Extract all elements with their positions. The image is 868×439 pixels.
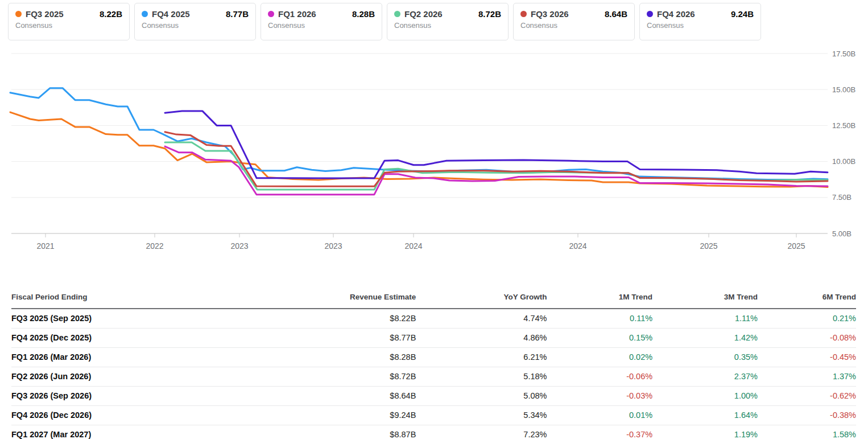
- trend-3m-cell: 1.42%: [652, 329, 758, 348]
- x-axis-label: 2025: [700, 241, 717, 251]
- legend-period-label: FQ2 2026: [404, 9, 443, 19]
- column-header-3m-trend: 3M Trend: [652, 288, 758, 309]
- series-color-dot-icon: [15, 11, 22, 17]
- legend-period-label: FQ1 2026: [278, 9, 316, 19]
- period-cell: FQ3 2026 (Sep 2026): [11, 387, 265, 406]
- trend-1m-cell: 0.01%: [547, 406, 652, 425]
- legend-card-fq2-2026[interactable]: FQ2 20268.72BConsensus: [387, 3, 509, 40]
- trend-1m-cell: -0.06%: [547, 367, 652, 387]
- x-axis-label: 2025: [787, 241, 805, 251]
- trend-3m-cell: 1.00%: [652, 387, 758, 406]
- trend-3m-cell: 1.11%: [652, 309, 758, 329]
- trend-3m-cell: 2.37%: [652, 367, 758, 387]
- table-row: FQ4 2026 (Dec 2026)$9.24B5.34%0.01%1.64%…: [11, 406, 856, 425]
- table-row: FQ2 2026 (Jun 2026)$8.72B5.18%-0.06%2.37…: [11, 367, 856, 387]
- trend-6m-cell: -0.62%: [758, 387, 856, 406]
- legend-consensus-sublabel: Consensus: [520, 21, 627, 30]
- legend-period-label: FQ3 2026: [531, 9, 569, 19]
- legend-consensus-sublabel: Consensus: [268, 21, 375, 30]
- legend-card-fq3-2025[interactable]: FQ3 20258.22BConsensus: [8, 3, 130, 40]
- series-color-dot-icon: [142, 11, 148, 17]
- trend-6m-cell: -0.08%: [758, 329, 856, 348]
- series-line-fq4-2026: [165, 111, 828, 178]
- yoy-growth-cell: 5.34%: [416, 406, 547, 425]
- table-header-row: Fiscal Period EndingRevenue EstimateYoY …: [11, 288, 856, 309]
- legend-consensus-value: 8.28B: [352, 9, 375, 19]
- x-axis-label: 2022: [146, 241, 163, 251]
- y-axis-label: 10.00B: [832, 157, 855, 166]
- x-axis-label: 2024: [404, 241, 422, 251]
- series-color-dot-icon: [520, 11, 527, 17]
- table-row: FQ1 2026 (Mar 2026)$8.28B6.21%0.02%0.35%…: [11, 348, 856, 367]
- y-axis-label: 7.50B: [832, 193, 852, 202]
- x-axis-label: 2023: [230, 241, 248, 251]
- column-header-yoy-growth: YoY Growth: [416, 288, 547, 309]
- series-line-fq3-2025: [10, 112, 828, 187]
- period-cell: FQ1 2027 (Mar 2027): [11, 425, 265, 439]
- column-header-revenue-estimate: Revenue Estimate: [265, 288, 416, 309]
- yoy-growth-cell: 7.23%: [416, 425, 547, 439]
- trend-1m-cell: -0.03%: [547, 387, 652, 406]
- period-cell: FQ2 2026 (Jun 2026): [11, 367, 265, 387]
- legend-card-fq4-2026[interactable]: FQ4 20269.24BConsensus: [639, 3, 761, 40]
- trend-6m-cell: -0.45%: [758, 348, 856, 367]
- yoy-growth-cell: 5.18%: [416, 367, 547, 387]
- revenue-estimate-cell: $8.87B: [265, 425, 416, 439]
- trend-1m-cell: 0.11%: [547, 309, 652, 329]
- legend-consensus-sublabel: Consensus: [15, 21, 122, 30]
- yoy-growth-cell: 4.86%: [416, 329, 547, 348]
- legend-card-fq3-2026[interactable]: FQ3 20268.64BConsensus: [513, 3, 635, 40]
- revenue-estimate-cell: $8.64B: [265, 387, 416, 406]
- legend-consensus-value: 8.64B: [605, 9, 627, 19]
- x-axis-label: 2023: [324, 241, 342, 251]
- trend-1m-cell: 0.02%: [547, 348, 652, 367]
- legend-card-fq4-2025[interactable]: FQ4 20258.77BConsensus: [134, 3, 256, 40]
- legend-consensus-value: 8.72B: [478, 9, 501, 19]
- x-axis-label: 2024: [569, 241, 586, 251]
- trend-3m-cell: 1.64%: [652, 406, 758, 425]
- revenue-estimate-cell: $8.72B: [265, 367, 416, 387]
- legend-consensus-sublabel: Consensus: [394, 21, 501, 30]
- trend-3m-cell: 1.19%: [652, 425, 758, 439]
- legend-period-label: FQ4 2025: [152, 9, 190, 19]
- y-axis-label: 17.50B: [832, 50, 855, 58]
- table-row: FQ3 2025 (Sep 2025)$8.22B4.74%0.11%1.11%…: [11, 309, 856, 329]
- legend-consensus-sublabel: Consensus: [647, 21, 754, 30]
- column-header-6m-trend: 6M Trend: [758, 288, 856, 309]
- table-row: FQ4 2025 (Dec 2025)$8.77B4.86%0.15%1.42%…: [11, 329, 856, 348]
- trend-6m-cell: 1.37%: [758, 367, 856, 387]
- trend-3m-cell: 0.35%: [652, 348, 758, 367]
- series-line-fq4-2025: [10, 88, 828, 180]
- series-color-dot-icon: [647, 11, 653, 17]
- legend-consensus-value: 8.22B: [100, 9, 122, 19]
- legend-consensus-value: 9.24B: [731, 9, 754, 19]
- period-cell: FQ3 2025 (Sep 2025): [11, 309, 265, 329]
- trend-6m-cell: -0.38%: [758, 406, 856, 425]
- revenue-estimate-cell: $8.28B: [265, 348, 416, 367]
- revenue-estimate-cell: $9.24B: [265, 406, 416, 425]
- table-row: FQ1 2027 (Mar 2027)$8.87B7.23%-0.37%1.19…: [11, 425, 856, 439]
- trend-6m-cell: 0.21%: [758, 309, 856, 329]
- legend-consensus-value: 8.77B: [226, 9, 249, 19]
- period-cell: FQ1 2026 (Mar 2026): [11, 348, 265, 367]
- table-row: FQ3 2026 (Sep 2026)$8.64B5.08%-0.03%1.00…: [11, 387, 856, 406]
- y-axis-label: 5.00B: [832, 229, 852, 238]
- series-line-fq2-2026: [165, 142, 828, 190]
- x-axis-label: 2021: [36, 241, 54, 251]
- period-cell: FQ4 2025 (Dec 2025): [11, 329, 265, 348]
- column-header-1m-trend: 1M Trend: [547, 288, 652, 309]
- legend-period-label: FQ3 2025: [26, 9, 64, 19]
- estimates-line-chart[interactable]: 17.50B15.00B12.50B10.00B7.50B5.00B202120…: [0, 46, 868, 261]
- chart-canvas: 17.50B15.00B12.50B10.00B7.50B5.00B202120…: [0, 46, 868, 261]
- legend-card-fq1-2026[interactable]: FQ1 20268.28BConsensus: [261, 3, 382, 40]
- period-cell: FQ4 2026 (Dec 2026): [11, 406, 265, 425]
- y-axis-label: 12.50B: [832, 121, 855, 130]
- yoy-growth-cell: 6.21%: [416, 348, 547, 367]
- trend-1m-cell: 0.15%: [547, 329, 652, 348]
- legend-row: FQ3 20258.22BConsensusFQ4 20258.77BConse…: [8, 3, 761, 40]
- series-color-dot-icon: [268, 11, 274, 17]
- legend-period-label: FQ4 2026: [657, 9, 695, 19]
- legend-consensus-sublabel: Consensus: [142, 21, 249, 30]
- yoy-growth-cell: 4.74%: [416, 309, 547, 329]
- estimates-table: Fiscal Period EndingRevenue EstimateYoY …: [11, 288, 856, 439]
